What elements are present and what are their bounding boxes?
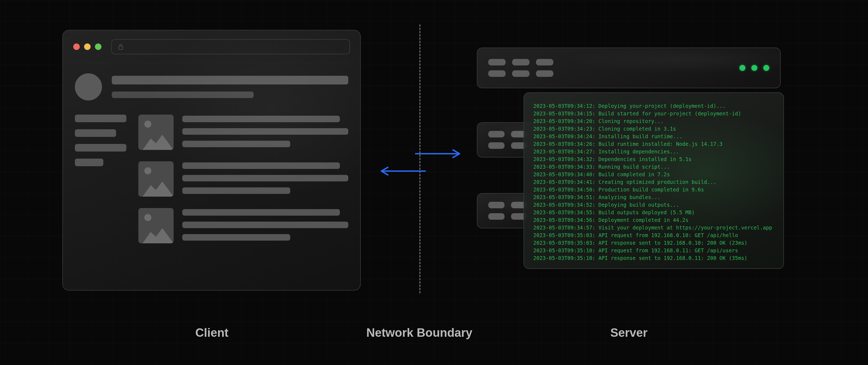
drive-bays-icon — [488, 131, 527, 149]
log-line: 2023-05-03T09:34:32: Dependencies instal… — [533, 155, 774, 163]
maximize-icon[interactable] — [95, 44, 101, 50]
sidebar-item — [75, 115, 126, 122]
content-feed — [138, 115, 348, 243]
sidebar-item — [75, 129, 116, 137]
log-line: 2023-05-03T09:34:57: Visit your deployme… — [533, 224, 774, 231]
drive-bays-icon — [488, 59, 553, 77]
status-leds — [739, 65, 769, 71]
server-terminal-window: 2023-05-03T09:34:12: Deploying your-proj… — [524, 92, 784, 269]
log-line: 2023-05-03T09:35:03: API request from 19… — [533, 231, 774, 239]
log-line: 2023-05-03T09:34:55: Build outputs deplo… — [533, 208, 774, 216]
title-placeholder — [112, 76, 348, 84]
lock-icon — [118, 43, 124, 50]
log-line: 2023-05-03T09:34:24: Installing build ru… — [533, 133, 774, 140]
request-response-arrows — [380, 144, 461, 182]
log-line: 2023-05-03T09:34:33: Running build scrip… — [533, 163, 774, 171]
log-line: 2023-05-03T09:34:40: Build completed in … — [533, 171, 774, 178]
label-client: Client — [195, 326, 228, 339]
sidebar-item — [75, 159, 103, 166]
drive-bays-icon — [488, 202, 527, 220]
page-sidebar — [75, 115, 126, 243]
page-header — [75, 73, 348, 101]
log-line: 2023-05-03T09:34:20: Cloning repository.… — [533, 117, 774, 125]
log-line: 2023-05-03T09:35:10: API response sent t… — [533, 254, 774, 262]
list-item — [138, 161, 348, 197]
subtitle-placeholder — [112, 91, 254, 98]
browser-viewport — [63, 63, 360, 254]
client-browser-window — [62, 30, 361, 290]
log-line: 2023-05-03T09:35:10: API request from 19… — [533, 247, 774, 254]
close-icon[interactable] — [73, 44, 80, 50]
server-unit — [477, 48, 781, 88]
image-icon — [138, 208, 174, 243]
status-led-icon — [751, 65, 757, 71]
arrow-left-icon — [380, 166, 461, 177]
label-network-boundary: Network Boundary — [366, 326, 472, 339]
label-server: Server — [610, 326, 648, 339]
arrow-right-icon — [380, 149, 461, 160]
address-bar[interactable] — [111, 39, 350, 54]
image-icon — [138, 115, 174, 150]
log-line: 2023-05-03T09:34:50: Production build co… — [533, 186, 774, 193]
status-led-icon — [763, 65, 769, 71]
window-traffic-lights — [73, 44, 101, 50]
svg-rect-0 — [119, 46, 123, 50]
log-line: 2023-05-03T09:34:15: Build started for y… — [533, 110, 774, 117]
log-line: 2023-05-03T09:34:41: Creating optimized … — [533, 178, 774, 186]
log-line: 2023-05-03T09:34:51: Analyzing bundles..… — [533, 193, 774, 201]
image-icon — [138, 161, 174, 197]
list-item — [138, 208, 348, 243]
minimize-icon[interactable] — [84, 44, 91, 50]
log-line: 2023-05-03T09:34:23: Cloning completed i… — [533, 125, 774, 133]
avatar — [75, 73, 102, 101]
log-line: 2023-05-03T09:34:27: Installing dependen… — [533, 148, 774, 155]
log-line: 2023-05-03T09:34:26: Build runtime insta… — [533, 140, 774, 148]
log-line: 2023-05-03T09:34:52: Deploying build out… — [533, 201, 774, 208]
log-line: 2023-05-03T09:35:03: API response sent t… — [533, 239, 774, 247]
log-line: 2023-05-03T09:34:12: Deploying your-proj… — [533, 102, 774, 110]
list-item — [138, 115, 348, 150]
sidebar-item — [75, 144, 126, 151]
browser-toolbar — [63, 30, 360, 63]
terminal-output: 2023-05-03T09:34:12: Deploying your-proj… — [524, 93, 783, 269]
log-line: 2023-05-03T09:34:56: Deployment complete… — [533, 216, 774, 224]
status-led-icon — [739, 65, 745, 71]
